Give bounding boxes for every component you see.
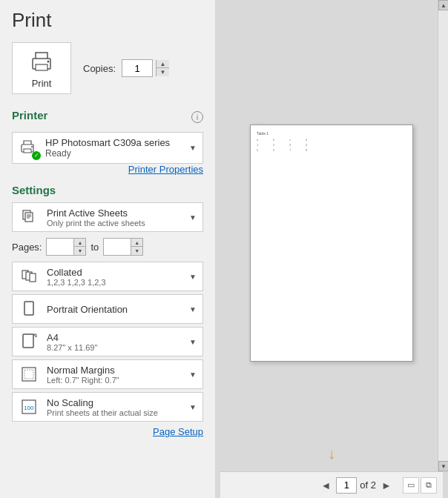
preview-cell: a [257, 138, 269, 142]
svg-rect-13 [30, 273, 36, 282]
printer-section: Printer i ✓ HP Photosmart C309a series R… [12, 106, 203, 175]
preview-table-title: Table 1 [257, 131, 406, 136]
preview-cell: 6 [273, 148, 285, 152]
scaling-arrow: ▼ [189, 403, 197, 411]
paper-size-icon [19, 331, 39, 352]
orientation-arrow: ▼ [189, 305, 197, 313]
paper-size-dropdown[interactable]: A4 8.27" x 11.69" ▼ [12, 327, 203, 356]
pages-label: Pages: [12, 242, 42, 253]
pages-to-input[interactable] [104, 239, 131, 255]
copies-up-button[interactable]: ▲ [156, 60, 169, 68]
copies-input[interactable] [122, 60, 152, 76]
paper-size-text: A4 8.27" x 11.69" [47, 332, 182, 352]
preview-inner: Table 1 a b c d 1 2 3 4 5 6 7 8 [220, 0, 443, 498]
settings-section-header: Settings [12, 184, 203, 196]
paper-size-title: A4 [47, 332, 182, 343]
copies-down-button[interactable]: ▼ [156, 68, 169, 76]
preview-cell: 2 [273, 143, 285, 147]
preview-row: 1 2 3 4 [257, 143, 406, 147]
pages-row: Pages: ▲ ▼ to ▲ ▼ [12, 235, 203, 259]
page-number-input[interactable] [336, 477, 357, 494]
to-label: to [90, 242, 99, 253]
margins-icon [19, 364, 39, 385]
svg-point-2 [47, 60, 50, 62]
printer-icon-wrap: ✓ [19, 138, 39, 159]
printer-name: HP Photosmart C309a series [45, 137, 183, 148]
print-button[interactable]: Print [12, 42, 71, 94]
pages-from-wrap: ▲ ▼ [46, 238, 86, 256]
next-page-button[interactable]: ► [379, 478, 394, 493]
orientation-dropdown[interactable]: Portrait Orientation ▼ [12, 294, 203, 324]
scaling-subtitle: Print sheets at their actual size [47, 408, 182, 417]
print-what-icon [19, 207, 39, 228]
settings-section: Settings Print Active Sheets Only print … [12, 184, 203, 437]
collation-arrow: ▼ [189, 273, 197, 281]
svg-rect-1 [36, 64, 47, 70]
scroll-down-indicator: ↓ [328, 445, 335, 462]
page-nav-bar: ◄ of 2 ► ▭ ⧉ [220, 471, 443, 498]
print-what-dropdown[interactable]: Print Active Sheets Only print the activ… [12, 202, 203, 232]
preview-cell: d [306, 138, 317, 142]
collation-dropdown[interactable]: Collated 1,2,3 1,2,3 1,2,3 ▼ [12, 262, 203, 291]
orientation-text: Portrait Orientation [47, 304, 182, 315]
orientation-icon [19, 299, 39, 319]
orientation-title: Portrait Orientation [47, 304, 182, 315]
pages-from-input[interactable] [47, 239, 73, 255]
paper-size-subtitle: 8.27" x 11.69" [47, 343, 182, 352]
active-sheets-icon [20, 208, 38, 226]
pages-to-down[interactable]: ▼ [131, 247, 142, 255]
collation-subtitle: 1,2,3 1,2,3 1,2,3 [47, 278, 182, 287]
printer-info: HP Photosmart C309a series Ready [45, 137, 183, 159]
print-what-arrow: ▼ [189, 213, 197, 222]
svg-text:100: 100 [24, 405, 34, 411]
margins-title: Normal Margins [47, 365, 182, 376]
preview-panel: ▲ ▼ Table 1 a b c d 1 2 3 4 5 [215, 0, 448, 498]
printer-icon [28, 48, 55, 75]
collation-icon [19, 266, 39, 287]
page-setup-link[interactable]: Page Setup [12, 426, 203, 437]
ready-badge: ✓ [32, 151, 41, 160]
copies-label: Copies: [83, 63, 116, 74]
collation-text: Collated 1,2,3 1,2,3 1,2,3 [47, 267, 182, 287]
printer-status: Ready [45, 148, 183, 159]
single-page-view-button[interactable]: ▭ [403, 477, 419, 494]
print-label: Print [32, 78, 52, 89]
preview-cell: 5 [257, 148, 269, 152]
preview-row: 5 6 7 8 [257, 148, 406, 152]
preview-cell: 4 [306, 143, 317, 147]
margins-svg-icon [20, 365, 38, 383]
scaling-text: No Scaling Print sheets at their actual … [47, 397, 182, 417]
pages-from-down[interactable]: ▼ [73, 247, 85, 255]
collation-title: Collated [47, 267, 182, 278]
scaling-svg-icon: 100 [20, 398, 38, 416]
margins-text: Normal Margins Left: 0.7" Right: 0.7" [47, 365, 182, 385]
print-what-title: Print Active Sheets [47, 208, 182, 219]
preview-cell: 1 [257, 143, 269, 147]
margins-dropdown[interactable]: Normal Margins Left: 0.7" Right: 0.7" ▼ [12, 359, 203, 389]
preview-content: Table 1 a b c d 1 2 3 4 5 6 7 8 [251, 125, 412, 159]
print-what-subtitle: Only print the active sheets [47, 219, 182, 228]
svg-rect-14 [24, 302, 33, 315]
pages-to-up[interactable]: ▲ [131, 239, 142, 247]
pages-from-up[interactable]: ▲ [73, 239, 85, 247]
paper-size-svg-icon [20, 333, 38, 351]
printer-properties-link[interactable]: Printer Properties [12, 164, 203, 175]
scaling-icon: 100 [19, 396, 39, 417]
multi-page-view-button[interactable]: ⧉ [421, 477, 437, 494]
print-what-text: Print Active Sheets Only print the activ… [47, 208, 182, 228]
margins-subtitle: Left: 0.7" Right: 0.7" [47, 376, 182, 385]
info-icon[interactable]: i [191, 111, 203, 123]
preview-row: a b c d [257, 138, 406, 142]
scaling-dropdown[interactable]: 100 No Scaling Print sheets at their act… [12, 392, 203, 422]
preview-cell: b [273, 138, 285, 142]
scaling-title: No Scaling [47, 397, 182, 408]
printer-dropdown[interactable]: ✓ HP Photosmart C309a series Ready ▼ [12, 132, 203, 164]
view-icons: ▭ ⧉ [403, 477, 437, 494]
preview-sheet: Table 1 a b c d 1 2 3 4 5 6 7 8 [250, 124, 413, 362]
of-pages-label: of 2 [360, 479, 376, 491]
svg-rect-4 [24, 149, 31, 153]
orientation-svg-icon [20, 300, 38, 318]
page-title: Print [12, 9, 203, 32]
preview-cell: 8 [306, 148, 317, 152]
prev-page-button[interactable]: ◄ [318, 478, 333, 493]
